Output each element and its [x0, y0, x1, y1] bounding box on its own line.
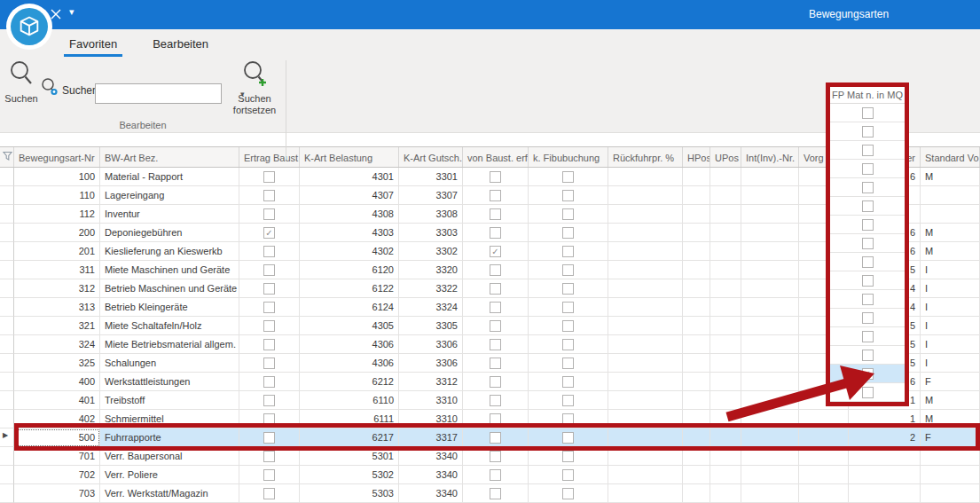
cell-gutschrift[interactable]: 3306 — [399, 335, 463, 354]
cell-indicator[interactable]: ▶ — [0, 428, 14, 447]
von_baust-checkbox[interactable] — [490, 488, 501, 499]
fp-mat-checkbox[interactable] — [862, 163, 874, 175]
cell-upos[interactable] — [710, 279, 741, 298]
cell-standard[interactable]: I — [921, 261, 980, 279]
cell-ziffer[interactable]: 1 — [849, 410, 921, 428]
cell-rueckfuhr[interactable] — [608, 354, 683, 373]
cell-indicator[interactable] — [0, 279, 14, 298]
column-header-gutschrift[interactable]: K-Art Gutsch. — [399, 147, 463, 167]
fp-mat-cell[interactable] — [830, 383, 905, 402]
ertrag-checkbox[interactable] — [263, 208, 275, 220]
cell-nr[interactable]: 324 — [14, 335, 100, 354]
cell-intinv[interactable] — [741, 447, 799, 466]
cell-upos[interactable] — [710, 205, 741, 224]
cell-rueckfuhr[interactable] — [608, 484, 683, 503]
cell-indicator[interactable] — [0, 484, 14, 503]
cell-gutschrift[interactable]: 3324 — [399, 298, 463, 317]
cell-upos[interactable] — [710, 447, 741, 466]
cell-indicator[interactable] — [0, 261, 14, 279]
app-logo[interactable] — [6, 4, 52, 50]
column-header-nr[interactable]: Bewegungsart-Nr — [14, 147, 100, 167]
cell-ertrag[interactable] — [239, 484, 300, 503]
cell-indicator[interactable] — [0, 447, 14, 466]
cell-intinv[interactable] — [741, 484, 799, 503]
fibu-checkbox[interactable] — [562, 246, 574, 257]
fp-mat-cell[interactable] — [830, 309, 905, 327]
cell-nr[interactable]: 200 — [14, 224, 100, 242]
cell-standard[interactable]: I — [921, 335, 980, 354]
cell-standard[interactable]: F — [921, 373, 980, 391]
ertrag-checkbox[interactable] — [263, 264, 275, 276]
cell-ertrag[interactable] — [239, 317, 300, 335]
cell-gutschrift[interactable]: 3310 — [399, 410, 463, 428]
von_baust-checkbox[interactable] — [490, 451, 501, 462]
fp-mat-cell[interactable] — [830, 216, 905, 234]
cell-bez[interactable]: Fuhrrapporte — [100, 428, 239, 447]
cell-von_baust[interactable] — [463, 335, 529, 354]
cell-gutschrift[interactable]: 3302 — [399, 242, 463, 261]
cell-standard[interactable]: M — [921, 391, 980, 410]
cell-intinv[interactable] — [741, 373, 799, 391]
cell-rueckfuhr[interactable] — [608, 317, 683, 335]
cell-nr[interactable]: 401 — [14, 391, 100, 410]
cell-belastung[interactable]: 4302 — [300, 242, 399, 261]
cell-belastung[interactable]: 6212 — [300, 373, 399, 391]
cell-belastung[interactable]: 6217 — [300, 428, 399, 447]
fibu-checkbox[interactable] — [562, 358, 574, 369]
cell-ertrag[interactable] — [239, 447, 300, 466]
cell-ertrag[interactable] — [239, 373, 300, 391]
fibu-checkbox[interactable] — [562, 320, 574, 332]
cell-belastung[interactable]: 5303 — [300, 484, 399, 503]
cell-vorg[interactable] — [799, 428, 849, 447]
cell-ertrag[interactable] — [239, 410, 300, 428]
ertrag-checkbox[interactable] — [263, 376, 275, 388]
cell-fibu[interactable] — [529, 447, 608, 466]
cell-intinv[interactable] — [741, 410, 799, 428]
cell-gutschrift[interactable]: 3340 — [399, 484, 463, 503]
cell-von_baust[interactable] — [463, 168, 529, 186]
fp-mat-checkbox[interactable] — [862, 387, 874, 398]
cell-fibu[interactable] — [529, 279, 608, 298]
cell-gutschrift[interactable]: 3322 — [399, 279, 463, 298]
cell-hpos[interactable] — [683, 298, 710, 317]
cell-fibu[interactable] — [529, 466, 608, 484]
cell-nr[interactable]: 312 — [14, 279, 100, 298]
cell-indicator[interactable] — [0, 205, 14, 224]
fp-mat-cell[interactable] — [830, 253, 905, 271]
cell-hpos[interactable] — [683, 466, 710, 484]
cell-rueckfuhr[interactable] — [608, 279, 683, 298]
cell-fibu[interactable] — [529, 317, 608, 335]
cell-bez[interactable]: Schalungen — [100, 354, 239, 373]
fp-mat-checkbox[interactable] — [862, 219, 874, 231]
fibu-checkbox[interactable] — [562, 171, 574, 183]
cell-intinv[interactable] — [741, 224, 799, 242]
tab-bearbeiten[interactable]: Bearbeiten — [147, 34, 214, 57]
cell-hpos[interactable] — [683, 261, 710, 279]
cell-nr[interactable]: 313 — [14, 298, 100, 317]
cell-upos[interactable] — [710, 317, 741, 335]
cell-rueckfuhr[interactable] — [608, 410, 683, 428]
cell-nr[interactable]: 325 — [14, 354, 100, 373]
ertrag-checkbox[interactable] — [263, 246, 275, 257]
cell-gutschrift[interactable]: 3306 — [399, 354, 463, 373]
ertrag-checkbox[interactable] — [263, 413, 275, 425]
cell-upos[interactable] — [710, 373, 741, 391]
cell-hpos[interactable] — [683, 279, 710, 298]
fp-mat-cell[interactable] — [830, 290, 905, 309]
cell-indicator[interactable] — [0, 354, 14, 373]
fp-mat-checkbox[interactable] — [862, 256, 874, 268]
cell-indicator[interactable] — [0, 410, 14, 428]
fibu-checkbox[interactable] — [562, 395, 574, 406]
fp-mat-checkbox[interactable] — [862, 145, 874, 156]
cell-ertrag[interactable] — [239, 261, 300, 279]
cell-standard[interactable]: F — [921, 428, 980, 447]
cell-upos[interactable] — [710, 186, 741, 205]
cell-nr[interactable]: 110 — [14, 186, 100, 205]
fp-mat-cell[interactable] — [830, 104, 905, 122]
cell-ertrag[interactable] — [239, 168, 300, 186]
cell-vorg[interactable] — [799, 466, 849, 484]
search-combobox[interactable]: ▾ — [95, 83, 222, 104]
cell-hpos[interactable] — [683, 317, 710, 335]
cell-indicator[interactable] — [0, 168, 14, 186]
search-input[interactable] — [96, 84, 240, 103]
